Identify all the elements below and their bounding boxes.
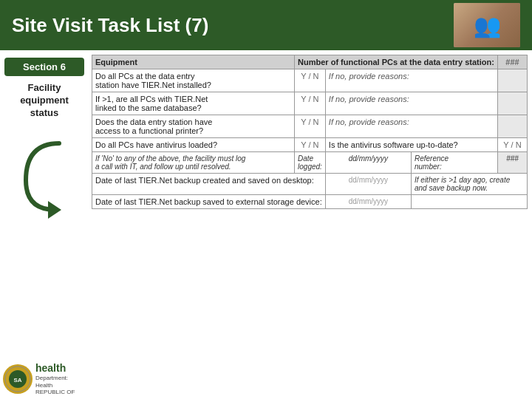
date-logged-value[interactable]: dd/mm/yyyy xyxy=(325,152,411,174)
col-number-pcs: Number of functional PCs at the data ent… xyxy=(295,55,498,69)
backup1-label: Date of last TIER.Net backup created and… xyxy=(92,174,326,195)
table-row: Do all PCs at the data entrystation have… xyxy=(92,69,528,92)
section-sublabel: Facilityequipmentstatus xyxy=(20,82,69,120)
table-header-row: Equipment Number of functional PCs at th… xyxy=(92,55,528,69)
footer-text: health Department:HealthREPUBLIC OF xyxy=(35,362,75,396)
footer-logo: SA xyxy=(3,364,33,394)
main-content: Section 6 Facilityequipmentstatus SA hea… xyxy=(0,50,532,399)
yn-antivirus[interactable]: Y / N xyxy=(295,138,326,152)
reason-same-db: If no, provide reasons: xyxy=(325,92,497,115)
it-call-instruction: If 'No' to any of the above, the facilit… xyxy=(92,152,295,174)
question-antivirus: Do all PCs have antivirus loaded? xyxy=(92,138,295,152)
question-printer: Does the data entry station haveaccess t… xyxy=(92,115,295,138)
svg-text:SA: SA xyxy=(13,377,21,383)
yn-antivirus-uptodate[interactable]: Y / N xyxy=(498,138,528,152)
page-title: Site Visit Task List (7) xyxy=(12,14,208,37)
coat-of-arms-icon: SA xyxy=(4,366,31,392)
table-row-italic: If 'No' to any of the above, the facilit… xyxy=(92,152,528,174)
header-image xyxy=(454,3,520,47)
table-row: Do all PCs have antivirus loaded? Y / N … xyxy=(92,138,528,152)
page-header: Site Visit Task List (7) xyxy=(0,0,532,50)
yn-same-db[interactable]: Y / N xyxy=(295,92,326,115)
table-row: Does the data entry station haveaccess t… xyxy=(92,115,528,138)
header-photo xyxy=(454,3,520,47)
reason-value-printer xyxy=(498,115,528,138)
reason-tier-installed: If no, provide reasons: xyxy=(325,69,497,92)
reason-value-db xyxy=(498,92,528,115)
backup1-date[interactable]: dd/mm/yyyy xyxy=(325,174,411,195)
yn-printer[interactable]: Y / N xyxy=(295,115,326,138)
section-label: Section 6 xyxy=(4,58,84,76)
question-same-db: If >1, are all PCs with TIER.Netlinked t… xyxy=(92,92,295,115)
backup2-date[interactable]: dd/mm/yyyy xyxy=(325,195,411,209)
content-area: Equipment Number of functional PCs at th… xyxy=(89,50,532,399)
backup-note: If either is >1 day ago, createand save … xyxy=(412,174,528,195)
svg-marker-0 xyxy=(48,201,61,219)
question-tier-installed: Do all PCs at the data entrystation have… xyxy=(92,69,295,92)
table-row-backup2: Date of last TIER.Net backup saved to ex… xyxy=(92,195,528,209)
col-equipment: Equipment xyxy=(92,55,295,69)
table-row: If >1, are all PCs with TIER.Netlinked t… xyxy=(92,92,528,115)
form-table: Equipment Number of functional PCs at th… xyxy=(92,55,528,209)
section-sublabel-text: Facilityequipmentstatus xyxy=(20,82,69,118)
reason-value-tier xyxy=(498,69,528,92)
footer-dept: Department:HealthREPUBLIC OF xyxy=(35,375,75,396)
arrow-container xyxy=(18,136,70,225)
sidebar: Section 6 Facilityequipmentstatus SA hea… xyxy=(0,50,89,399)
date-logged-label: Date logged: xyxy=(295,152,326,174)
backup2-label: Date of last TIER.Net backup saved to ex… xyxy=(92,195,326,209)
footer: SA health Department:HealthREPUBLIC OF xyxy=(0,359,89,399)
ref-number-value: ### xyxy=(498,152,528,174)
arrow-icon xyxy=(18,136,70,225)
antivirus-uptodate-label: Is the antivirus software up-to-date? xyxy=(325,138,497,152)
yn-tier-installed[interactable]: Y / N xyxy=(295,69,326,92)
ref-number-label: Referencenumber: xyxy=(412,152,498,174)
reason-printer: If no, provide reasons: xyxy=(325,115,497,138)
table-row-backup1: Date of last TIER.Net backup created and… xyxy=(92,174,528,195)
col-hash: ### xyxy=(498,55,528,69)
footer-health-label: health xyxy=(35,362,75,375)
backup2-empty xyxy=(412,195,528,209)
